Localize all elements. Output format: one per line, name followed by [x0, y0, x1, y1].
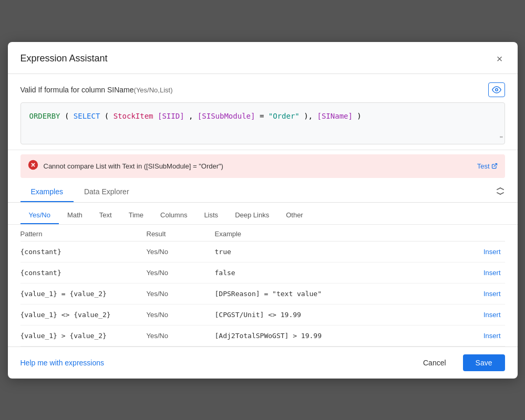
- svg-line-5: [497, 193, 500, 194]
- resize-handle[interactable]: ⬌: [499, 132, 503, 142]
- error-circle-icon: [28, 160, 38, 170]
- insert-button[interactable]: Insert: [463, 269, 505, 277]
- svg-point-0: [495, 88, 498, 91]
- tab-data-explorer[interactable]: Data Explorer: [74, 182, 140, 202]
- insert-button[interactable]: Insert: [463, 290, 505, 298]
- code-keyword-orderby: ORDERBY: [29, 112, 60, 120]
- cell-result: Yes/No: [147, 248, 215, 256]
- svg-line-6: [500, 193, 503, 194]
- collapse-button[interactable]: [496, 186, 505, 198]
- cell-pattern: {value_1} = {value_2}: [20, 290, 147, 298]
- error-left: Cannot compare List with Text in ([SISub…: [28, 160, 223, 173]
- test-button[interactable]: Test: [477, 162, 498, 170]
- test-label: Test: [477, 162, 490, 170]
- table-header: Pattern Result Example: [20, 225, 505, 242]
- col-header-result: Result: [147, 230, 215, 238]
- save-button[interactable]: Save: [463, 354, 505, 371]
- cell-pattern: {constant}: [20, 269, 147, 277]
- cell-result: Yes/No: [147, 269, 215, 277]
- formula-col-name: SIName: [107, 86, 134, 94]
- table-row: {value_1} = {value_2} Yes/No [DPSReason]…: [20, 284, 505, 304]
- cell-result: Yes/No: [147, 311, 215, 319]
- svg-line-3: [497, 188, 500, 190]
- insert-button[interactable]: Insert: [463, 248, 505, 256]
- error-message: Cannot compare List with Text in ([SISub…: [44, 162, 223, 170]
- formula-label-prefix: Valid If formula for column: [20, 86, 107, 94]
- close-button[interactable]: ×: [495, 51, 505, 66]
- svg-line-2: [494, 164, 497, 167]
- sub-tab-columns[interactable]: Columns: [152, 207, 195, 224]
- dialog-body: Valid If formula for column SIName(Yes/N…: [8, 74, 518, 346]
- tab-examples[interactable]: Examples: [20, 182, 74, 202]
- insert-button[interactable]: Insert: [463, 332, 505, 340]
- collapse-icon: [496, 186, 505, 196]
- cell-example: [DPSReason] = "text value": [215, 290, 463, 298]
- footer-buttons: Cancel Save: [413, 354, 505, 371]
- code-keyword-select: SELECT: [74, 112, 100, 120]
- cancel-button[interactable]: Cancel: [413, 354, 457, 371]
- cell-pattern: {constant}: [20, 248, 147, 256]
- external-link-icon: [491, 163, 498, 169]
- cell-example: false: [215, 269, 463, 277]
- insert-button[interactable]: Insert: [463, 311, 505, 319]
- sub-tab-math[interactable]: Math: [59, 207, 91, 224]
- eye-icon: [492, 85, 501, 94]
- code-text-1: (: [65, 112, 74, 120]
- formula-col-type: (Yes/No,List): [134, 86, 173, 94]
- code-sisubmodule: [SISubModule]: [198, 112, 255, 120]
- sub-tab-text[interactable]: Text: [91, 207, 120, 224]
- sub-tab-deep-links[interactable]: Deep Links: [227, 207, 277, 224]
- table-row: {constant} Yes/No false Insert: [20, 262, 505, 284]
- sub-tab-time[interactable]: Time: [120, 207, 152, 224]
- main-tabs-section: Examples Data Explorer: [8, 182, 518, 203]
- help-link[interactable]: Help me with expressions: [20, 359, 105, 367]
- dialog-title: Expression Assistant: [20, 53, 108, 64]
- code-editor[interactable]: ORDERBY ( SELECT ( StockItem [SIID] , [S…: [20, 102, 505, 144]
- formula-section: Valid If formula for column SIName(Yes/N…: [8, 74, 518, 150]
- cell-result: Yes/No: [147, 290, 215, 298]
- cell-example: [Adj2TotalSPWoGST] > 19.99: [215, 332, 463, 340]
- sub-tab-yesno[interactable]: Yes/No: [20, 207, 59, 224]
- col-header-pattern: Pattern: [20, 230, 147, 238]
- table-row: {value_1} > {value_2} Yes/No [Adj2TotalS…: [20, 326, 505, 346]
- sub-tabs-section: Yes/No Math Text Time Columns Lists Deep…: [8, 203, 518, 225]
- expression-assistant-dialog: Expression Assistant × Valid If formula …: [8, 42, 518, 379]
- table-row: {value_1} <> {value_2} Yes/No [CPGST/Uni…: [20, 304, 505, 326]
- cell-pattern: {value_1} <> {value_2}: [20, 311, 147, 319]
- code-order-string: "Order": [269, 112, 300, 120]
- svg-line-4: [500, 188, 503, 190]
- table-row: {constant} Yes/No true Insert: [20, 242, 505, 262]
- formula-label-row: Valid If formula for column SIName(Yes/N…: [20, 82, 505, 97]
- cell-pattern: {value_1} > {value_2}: [20, 332, 147, 340]
- col-header-action: [463, 230, 505, 238]
- table-section: Pattern Result Example {constant} Yes/No…: [8, 225, 518, 346]
- formula-label-text: Valid If formula for column SIName(Yes/N…: [20, 86, 173, 94]
- error-section: Cannot compare List with Text in ([SISub…: [20, 154, 505, 178]
- code-text-5: =: [260, 112, 269, 120]
- cell-example: [CPGST/Unit] <> 19.99: [215, 311, 463, 319]
- code-siid: [SIID]: [158, 112, 184, 120]
- sub-tab-lists[interactable]: Lists: [195, 207, 227, 224]
- code-text-7: ): [357, 112, 361, 120]
- cell-example: true: [215, 248, 463, 256]
- formula-eye-button[interactable]: [488, 82, 505, 97]
- code-text-6: ),: [304, 112, 317, 120]
- code-siname: [SIName]: [317, 112, 352, 120]
- dialog-footer: Help me with expressions Cancel Save: [8, 346, 518, 379]
- code-text-2: (: [105, 112, 114, 120]
- col-header-example: Example: [215, 230, 463, 238]
- cell-result: Yes/No: [147, 332, 215, 340]
- main-tabs: Examples Data Explorer: [20, 182, 140, 202]
- code-stockitem: StockItem: [114, 112, 153, 120]
- code-text-4: ,: [189, 112, 198, 120]
- sub-tab-other[interactable]: Other: [277, 207, 312, 224]
- dialog-header: Expression Assistant ×: [8, 42, 518, 74]
- error-icon: [28, 160, 38, 173]
